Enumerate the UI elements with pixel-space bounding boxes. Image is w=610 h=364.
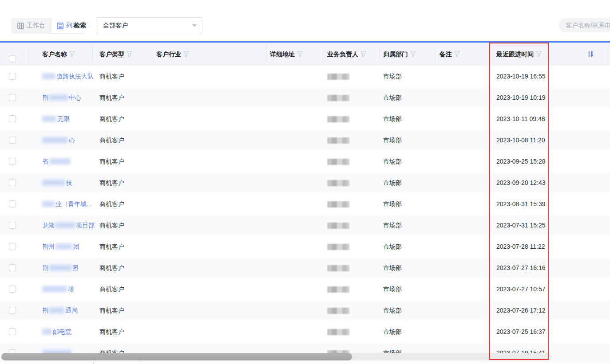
workbench-tab-label: 工作台 [27,22,45,30]
column-divider [550,46,550,62]
department-cell: 市场部 [383,151,402,172]
row-checkbox[interactable] [9,307,16,314]
workbench-tab[interactable]: 工作台 [12,18,51,34]
follow-time-cell: 2023-10-19 16:55 [496,66,546,87]
horizontal-scrollbar-track[interactable] [1,353,552,360]
filter-icon[interactable] [454,51,460,57]
customer-type-cell: 商机客户 [99,278,124,300]
customer-name-text: 项目部 [76,215,95,236]
customer-name-link[interactable]: 荆通局 [42,300,78,321]
row-checkbox[interactable] [9,73,16,80]
redacted-manager-block [327,116,349,122]
customer-name-text: 龙湖 [42,215,55,236]
filter-icon[interactable] [127,51,132,57]
department-cell: 市场部 [383,257,402,278]
customer-type-cell: 商机客户 [99,129,124,151]
customer-name-text: 团 [73,236,79,257]
customer-name-link[interactable]: 荆照 [42,257,79,278]
customer-filter-select[interactable]: 全部客户 [96,17,202,34]
row-checkbox[interactable] [9,94,16,101]
page-size-select[interactable] [93,361,140,364]
manager-cell [327,300,349,321]
column-header-label: 详细地址 [270,43,295,66]
table-row: 荆中心商机客户市场部2023-10-19 10:19 [0,87,610,108]
column-header-follow_time: 最近跟进时间 [496,43,542,66]
column-header-department: 归属部门 [383,43,416,66]
redacted-manager-block [327,244,349,250]
sort-arrows-icon[interactable] [587,50,594,58]
customer-name-link[interactable]: 省 [42,151,71,172]
follow-time-cell: 2023-07-31 15:25 [496,215,546,236]
row-checkbox[interactable] [9,286,16,293]
column-divider [323,46,323,62]
customer-name-link[interactable]: 塔 [42,278,74,300]
manager-cell [327,257,349,278]
filter-icon[interactable] [297,51,303,57]
column-divider [435,46,436,62]
follow-time-cell: 2023-07-26 17:12 [496,300,546,321]
table-row: 省商机客户市场部2023-09-25 15:28 [0,151,610,172]
manager-cell [327,172,349,193]
row-checkbox[interactable] [9,222,16,229]
department-cell: 市场部 [383,66,402,87]
filter-icon[interactable] [410,51,416,57]
table-row: 塔商机客户市场部2023-07-27 10:57 [0,278,610,300]
search-input[interactable] [559,18,610,32]
redacted-name-segment [55,243,72,250]
customer-name-link[interactable]: 无限 [42,108,70,129]
redacted-name-segment [55,222,75,228]
customer-name-link[interactable]: 道路执法大队 [42,66,94,87]
row-checkbox[interactable] [9,179,16,186]
toolbar: 工作台 列表 检索 全部客户 [0,0,610,41]
table-row: 龙湖项目部商机客户市场部2023-07-31 15:25 [0,215,610,236]
redacted-name-segment [49,307,64,313]
row-checkbox[interactable] [9,243,16,250]
manager-cell [327,87,349,108]
customer-name-link[interactable]: 心 [42,129,75,151]
horizontal-scrollbar-thumb[interactable] [1,353,352,360]
column-divider [92,46,93,62]
customer-name-link[interactable]: 邮电院 [42,321,71,342]
table-row: 荆州团商机客户市场部2023-07-28 11:22 [0,236,610,257]
column-divider [153,46,154,62]
column-header-label: 归属部门 [383,43,408,66]
column-header-label: 客户类型 [99,43,124,66]
row-checkbox[interactable] [9,115,16,122]
filter-icon[interactable] [183,51,189,57]
redacted-name-segment [42,180,65,186]
filter-icon[interactable] [536,51,542,57]
customer-type-cell: 商机客户 [99,151,124,172]
row-checkbox[interactable] [9,200,16,207]
follow-time-cell: 2023-09-20 12:43 [496,172,546,193]
filter-icon[interactable] [69,51,75,57]
customer-name-link[interactable]: 荆中心 [42,87,81,108]
filter-icon[interactable] [360,51,366,57]
row-checkbox[interactable] [9,328,16,335]
column-header-label: 客户名称 [42,43,67,66]
column-header-address: 详细地址 [270,43,303,66]
customer-name-text: 业（青年城... [55,193,92,215]
customer-type-cell: 商机客户 [99,108,124,129]
customer-name-text: 邮电院 [53,321,71,342]
follow-time-cell: 2023-08-31 15:39 [496,193,546,215]
redacted-manager-block [327,180,349,186]
customer-name-link[interactable]: 龙湖项目部 [42,215,95,236]
follow-time-cell: 2023-10-19 10:19 [496,87,546,108]
manager-cell [327,66,349,87]
row-checkbox[interactable] [9,158,16,165]
column-divider [380,46,380,62]
customer-name-link[interactable]: 业（青年城... [42,193,92,215]
customer-name-link[interactable]: 技 [42,172,72,193]
list-icon [57,23,63,29]
customer-name-text: 荆 [42,300,48,321]
redacted-name-segment [42,116,56,122]
redacted-manager-block [327,159,349,165]
select-all-checkbox[interactable] [9,55,16,63]
customer-type-cell: 商机客户 [99,257,124,278]
redacted-manager-block [327,223,349,229]
row-checkbox[interactable] [9,264,16,271]
customer-type-cell: 商机客户 [99,172,124,193]
row-checkbox[interactable] [9,137,16,144]
customer-name-link[interactable]: 荆州团 [42,236,79,257]
follow-time-cell: 2023-10-11 09:48 [496,108,545,129]
